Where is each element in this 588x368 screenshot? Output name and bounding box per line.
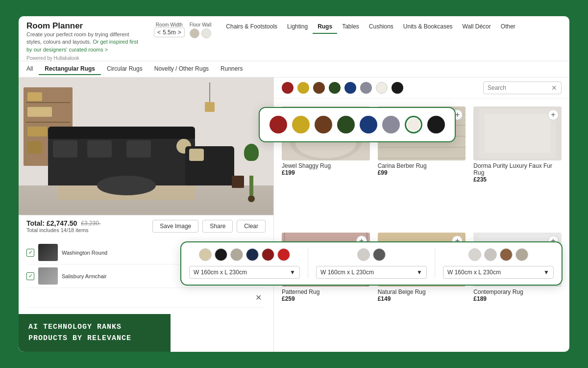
subnav-circular[interactable]: Circular Rugs (101, 63, 148, 75)
floor-wall-label: Floor Wall (190, 22, 212, 27)
subnav-novelty[interactable]: Novelty / Other Rugs (148, 63, 215, 75)
size-value-1: W 160cm x L 230cm (194, 269, 247, 276)
popup-color-brown[interactable] (315, 116, 332, 133)
tab-rugs[interactable]: Rugs (313, 21, 337, 34)
size-colors-1 (199, 248, 290, 261)
tab-tables[interactable]: Tables (337, 21, 364, 34)
popup-color-red[interactable] (270, 116, 287, 133)
size-colors-3 (468, 248, 528, 261)
color-opt-taupe[interactable] (515, 248, 528, 261)
color-opt-brown2[interactable] (500, 248, 513, 261)
product-price-berber: £99 (378, 169, 466, 176)
tab-cushions[interactable]: Cushions (364, 21, 398, 34)
product-price-beige: £149 (378, 295, 466, 302)
search-clear-icon[interactable]: ✕ (551, 84, 557, 92)
product-name-beige: Natural Beige Rug (378, 289, 466, 295)
popup-color-cream[interactable] (405, 116, 422, 133)
subnav-runners[interactable]: Runners (215, 63, 248, 75)
side-table (232, 176, 244, 188)
width-more-icon[interactable]: > (178, 29, 181, 36)
tab-wall-decor[interactable]: Wall Décor (458, 21, 496, 34)
color-opt-red[interactable] (277, 248, 290, 261)
popup-color-navy[interactable] (360, 116, 377, 133)
size-dropdown-3[interactable]: W 160cm x L 230cm ▼ (443, 266, 554, 279)
check-washington[interactable]: ✓ (26, 249, 34, 257)
search-bar[interactable]: ✕ (483, 81, 562, 94)
tab-units[interactable]: Units & Bookcases (398, 21, 458, 34)
thumb-salisbury (38, 267, 58, 285)
check-salisbury[interactable]: ✓ (26, 272, 34, 280)
color-filter-row: ✕ (274, 78, 569, 99)
popup-color-black[interactable] (427, 116, 445, 133)
floor-color[interactable] (190, 28, 199, 38)
subnav-all[interactable]: All (26, 63, 39, 75)
product-price-white: £189 (473, 295, 562, 302)
filter-red[interactable] (282, 82, 294, 94)
floor-wall-colors (190, 28, 212, 38)
popup-color-gold[interactable] (292, 116, 310, 133)
color-opt-beige[interactable] (199, 248, 212, 261)
size-col-1: W 160cm x L 230cm ▼ (189, 248, 300, 279)
search-input[interactable] (488, 84, 551, 91)
tab-lighting[interactable]: Lighting (282, 21, 313, 34)
separator-2 (435, 248, 435, 279)
close-item-icon[interactable]: ✕ (251, 291, 266, 304)
color-opt-darkred[interactable] (262, 248, 274, 261)
room-width-group: Room Width < 5.5m > (154, 22, 185, 37)
wall-color[interactable] (201, 28, 211, 38)
filter-green[interactable] (329, 82, 341, 94)
color-opt-darknavy[interactable] (246, 248, 259, 261)
popup-color-grey[interactable] (382, 116, 400, 133)
width-value: 5.5m (163, 29, 176, 36)
product-name-pattern: Patterned Rug (282, 289, 370, 295)
left-section: Total: £2,747.50 £3,230. Total includes … (19, 78, 273, 352)
color-picker-popup (259, 107, 456, 142)
price-section: Total: £2,747.50 £3,230. Total includes … (26, 219, 100, 233)
coffee-table (97, 176, 156, 195)
total-price: Total: £2,747.50 (26, 219, 77, 227)
product-price-jewel: £199 (282, 169, 370, 176)
original-price: £3,230. (81, 220, 100, 227)
dropdown-arrow-2: ▼ (416, 269, 422, 276)
filter-gold[interactable] (297, 82, 309, 94)
item-count: Total includes 14/18 items (26, 227, 100, 233)
filter-brown[interactable] (313, 82, 325, 94)
subnav-rectangular[interactable]: Rectangular Rugs (39, 63, 101, 75)
product-name-berber: Carina Berber Rug (378, 162, 466, 169)
room-width-control[interactable]: < 5.5m > (154, 27, 185, 37)
action-bar: Total: £2,747.50 £3,230. Total includes … (19, 215, 273, 237)
room-width-label: Room Width (154, 22, 185, 27)
color-opt-mid[interactable] (484, 248, 497, 261)
ai-text-line1: AI TECHNOLOGY RANKS (28, 322, 161, 333)
popup-color-green[interactable] (337, 116, 355, 133)
action-buttons: Save Image Share Clear (152, 220, 266, 233)
app-title: Room Planner (26, 21, 144, 31)
filter-navy[interactable] (344, 82, 356, 94)
tab-chairs[interactable]: Chairs & Footstools (221, 21, 282, 34)
powered-by: Powered by Hullabalook (26, 55, 144, 61)
filter-black[interactable] (392, 82, 403, 94)
color-opt-greybeige[interactable] (230, 248, 243, 261)
app-subtitle: Create your perfect room by trying diffe… (26, 31, 139, 53)
color-opt-lightgrey[interactable] (357, 248, 370, 261)
filter-cream[interactable] (376, 82, 388, 94)
size-dropdown-1[interactable]: W 160cm x L 230cm ▼ (189, 266, 300, 279)
separator-1 (308, 248, 308, 279)
save-image-button[interactable]: Save Image (152, 220, 198, 233)
dropdown-arrow-3: ▼ (543, 269, 549, 276)
tab-other[interactable]: Other (496, 21, 520, 34)
product-card[interactable]: + Dorma Purity Luxury Faux Fur Rug £235 (469, 103, 565, 229)
header-left: Room Planner Create your perfect room by… (26, 21, 144, 61)
size-dropdown-2[interactable]: W 160cm x L 230cm ▼ (316, 266, 427, 279)
header: Room Planner Create your perfect room by… (19, 16, 569, 61)
share-button[interactable]: Share (202, 220, 233, 233)
sub-nav: All Rectangular Rugs Circular Rugs Novel… (19, 61, 569, 78)
width-less-icon[interactable]: < (157, 29, 161, 36)
color-opt-black[interactable] (215, 248, 227, 261)
add-product-luxury[interactable]: + (548, 109, 559, 120)
product-image-luxury: + (473, 106, 562, 160)
clear-button[interactable]: Clear (237, 220, 266, 233)
filter-grey[interactable] (360, 82, 372, 94)
color-opt-darkgrey[interactable] (373, 248, 386, 261)
color-opt-light[interactable] (468, 248, 481, 261)
